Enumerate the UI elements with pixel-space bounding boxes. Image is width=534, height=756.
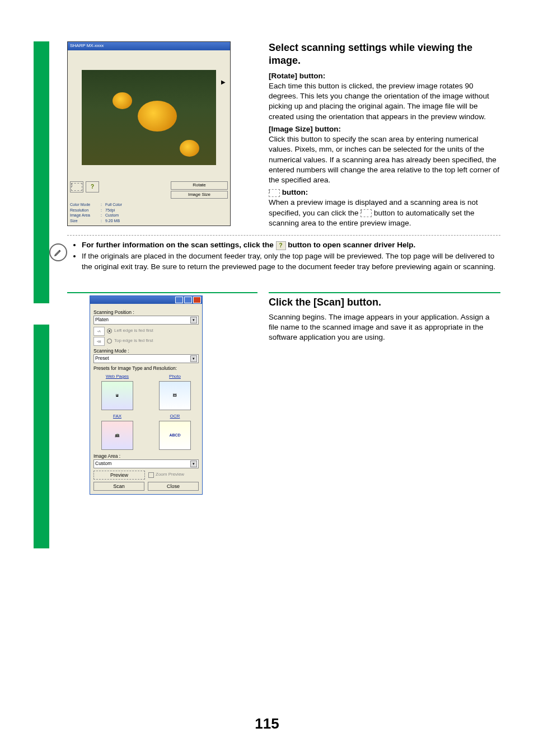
info-color-mode-label: Color Mode: [70, 202, 101, 207]
radio-top-edge[interactable]: •▤ Top edge is fed first: [93, 337, 199, 346]
scanning-mode-combo[interactable]: Preset ▾: [93, 354, 199, 363]
scanner-driver-dialog: Scanning Position : Platen ▾ •A Left edg…: [90, 295, 203, 495]
note-block: For further information on the scan sett…: [49, 240, 500, 273]
dialog-titlebar: [90, 296, 202, 304]
preset-photo-icon: 🖼: [159, 381, 191, 410]
chevron-down-icon-2: ▾: [190, 355, 197, 361]
preset-ocr[interactable]: OCR ABCD: [158, 414, 192, 451]
preset-web-label: Web Pages: [101, 374, 134, 380]
auto-text: When a preview image is displayed and a …: [269, 198, 500, 228]
help-button-small[interactable]: ?: [86, 181, 99, 192]
rotate-button[interactable]: Rotate: [171, 181, 228, 190]
radio-top-label: Top edge is fed first: [114, 338, 153, 344]
presets-label: Presets for Image Type and Resolution:: [93, 365, 199, 372]
zoom-preview-checkbox[interactable]: Zoom Preview: [148, 471, 199, 480]
preset-ocr-icon: ABCD: [159, 421, 191, 450]
preset-fax-icon: 📠: [101, 421, 133, 450]
maximize-icon[interactable]: [184, 297, 192, 303]
step-number-7: 7: [0, 126, 7, 153]
scan-info-table: Color Mode:Full Color Resolution:75dpi I…: [68, 201, 230, 226]
radio-left-edge[interactable]: •A Left edge is fed first: [93, 327, 199, 336]
image-size-text: Click this button to specify the scan ar…: [269, 134, 500, 185]
close-button[interactable]: Close: [148, 482, 199, 491]
info-color-mode-value: Full Color: [105, 202, 122, 207]
step8-text: Scanning begins. The image appears in yo…: [269, 312, 500, 343]
preview-button[interactable]: Preview: [93, 471, 145, 480]
orient-left-icon: •A: [93, 327, 105, 336]
step-number-8: 8: [0, 392, 7, 419]
preset-web[interactable]: Web Pages 🖥: [101, 374, 134, 411]
scanner-window-title: SHARP MX-xxxx: [68, 42, 230, 50]
image-area-combo[interactable]: Custom ▾: [93, 459, 199, 468]
step8-heading: Click the [Scan] button.: [269, 295, 500, 309]
image-size-button[interactable]: Image Size: [171, 191, 228, 199]
close-icon[interactable]: [193, 297, 201, 303]
note-item-1: For further information on the scan sett…: [82, 240, 500, 250]
scanning-position-value: Platen: [95, 317, 109, 323]
preview-image: [82, 70, 216, 165]
preset-fax-label: FAX: [101, 414, 134, 420]
info-size-value: 9.20 MB: [105, 218, 120, 223]
green-separator: [67, 292, 257, 293]
green-separator-2: [269, 292, 500, 293]
scanning-position-label: Scanning Position :: [93, 309, 199, 316]
image-size-label: [Image Size] button:: [269, 124, 500, 134]
help-icon[interactable]: ?: [276, 241, 286, 250]
orient-top-icon: •▤: [93, 337, 105, 346]
auto-area-icon: [71, 183, 82, 191]
checkbox-icon: [148, 472, 154, 478]
preset-web-icon: 🖥: [101, 381, 133, 410]
image-area-label-dlg: Image Area :: [93, 453, 199, 459]
auto-area-icon-inline: [269, 189, 280, 197]
chevron-down-icon-3: ▾: [190, 461, 197, 467]
step7-heading: Select scanning settings while viewing t…: [269, 41, 500, 68]
page-number: 115: [0, 714, 534, 734]
rotate-text: Each time this button is clicked, the pr…: [269, 81, 500, 122]
auto-area-icon-inline-2: [360, 209, 372, 217]
info-image-area-label: Image Area: [70, 213, 101, 218]
pen-icon: [49, 243, 67, 261]
chevron-down-icon: ▾: [190, 317, 197, 323]
auto-area-button[interactable]: [70, 181, 83, 192]
dashed-separator: [67, 235, 500, 236]
preset-photo[interactable]: Photo 🖼: [158, 374, 192, 411]
info-resolution-value: 75dpi: [105, 208, 115, 213]
auto-label: button:: [269, 187, 500, 198]
preset-photo-label: Photo: [158, 374, 192, 380]
note-item-2: If the originals are placed in the docum…: [82, 251, 500, 271]
preset-fax[interactable]: FAX 📠: [101, 414, 134, 451]
scanning-position-combo[interactable]: Platen ▾: [93, 316, 199, 324]
preset-ocr-label: OCR: [158, 414, 192, 420]
zoom-preview-label: Zoom Preview: [156, 472, 184, 478]
preview-area: ▶: [68, 50, 230, 179]
minimize-icon[interactable]: [175, 297, 183, 303]
radio-left-label: Left edge is fed first: [114, 328, 153, 334]
info-image-area-value: Custom: [105, 213, 119, 218]
arrow-right-icon: ▶: [221, 78, 226, 86]
scan-button[interactable]: Scan: [93, 482, 144, 491]
scanner-preview-window: SHARP MX-xxxx ▶ ? Rotate Image Size: [67, 41, 231, 226]
image-area-value-dlg: Custom: [95, 461, 111, 467]
scanning-mode-label: Scanning Mode :: [93, 348, 199, 354]
info-resolution-label: Resolution: [70, 208, 101, 213]
rotate-label: [Rotate] button:: [269, 71, 500, 81]
scanning-mode-value: Preset: [95, 355, 109, 361]
info-size-label: Size: [70, 218, 101, 223]
